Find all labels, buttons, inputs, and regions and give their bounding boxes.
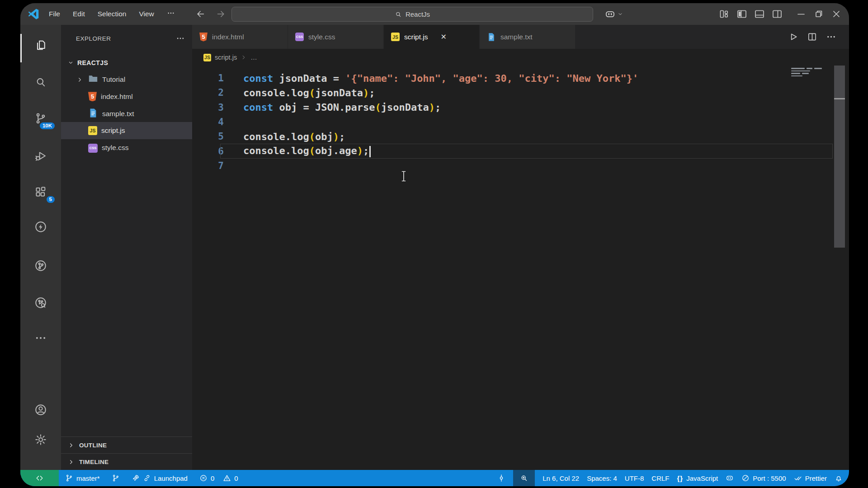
titlebar-controls (719, 3, 842, 25)
more-actions-icon[interactable] (176, 34, 185, 43)
tree-item-Tutorial[interactable]: Tutorial (61, 71, 192, 89)
tab-sample.txt[interactable]: sample.txt (480, 25, 576, 49)
status-bar: master*Launchpad00 Ln 6, Col 22Spaces: 4… (20, 470, 849, 486)
menu-selection[interactable]: Selection (93, 8, 132, 20)
extensions-badge: 5 (47, 196, 55, 203)
editor-actions (788, 25, 849, 49)
status-problems[interactable]: 00 (199, 470, 238, 486)
remote-indicator[interactable] (20, 470, 59, 486)
remote-icon (35, 474, 44, 483)
status-copilot-status[interactable] (726, 470, 734, 486)
line-number: 6 (192, 146, 224, 157)
menu-bar: FileEditSelectionView (44, 3, 180, 25)
menu-more[interactable] (162, 7, 180, 21)
minimap[interactable] (791, 68, 831, 78)
text-cursor (369, 146, 371, 157)
split-editor-icon[interactable] (807, 32, 817, 42)
status-eol[interactable]: CRLF (651, 470, 669, 486)
activitybar-git-search-extension[interactable] (20, 291, 61, 314)
activitybar-accounts[interactable] (20, 398, 61, 422)
status-live-server-port[interactable]: Port : 5500 (741, 470, 786, 486)
status-launchpad[interactable]: Launchpad (132, 470, 188, 486)
chevron-right-icon (241, 54, 247, 61)
status-screencast-indicator[interactable] (497, 470, 505, 486)
forward-icon[interactable] (216, 9, 226, 19)
menu-view[interactable]: View (134, 8, 159, 20)
activitybar-thunder-client[interactable] (20, 215, 61, 239)
chevron-down-icon (67, 59, 74, 66)
scrollbar-cursor-mark (834, 98, 845, 99)
scrollbar[interactable] (834, 66, 845, 248)
code-line-4[interactable]: 4 (192, 115, 835, 129)
tab-style.css[interactable]: CSSstyle.css (288, 25, 384, 49)
status-language-mode[interactable]: {}JavaScript (677, 470, 718, 486)
more-actions-icon[interactable] (826, 32, 836, 42)
minimize-icon[interactable] (796, 9, 807, 19)
braces-icon: {} (677, 474, 684, 482)
error-icon (199, 474, 208, 482)
activitybar-more-views[interactable] (20, 326, 61, 350)
back-icon[interactable] (196, 9, 206, 19)
menu-file[interactable]: File (44, 8, 65, 20)
activitybar-extensions[interactable]: 5 (20, 180, 61, 204)
status-encoding[interactable]: UTF-8 (625, 470, 644, 486)
tree-item-script.js[interactable]: JS script.js (61, 122, 192, 139)
close-icon[interactable] (831, 9, 842, 19)
tab-index.html[interactable]: 5index.html (192, 25, 288, 49)
code-editor[interactable]: 1 const jsonData = '{"name": "John", "ag… (192, 71, 835, 173)
toggle-panel-icon[interactable] (754, 9, 765, 19)
restore-icon[interactable] (813, 9, 824, 19)
folder-icon (88, 74, 98, 84)
code-line-6[interactable]: 6 console.log(obj.age); (192, 144, 835, 158)
line-number: 5 (192, 131, 224, 142)
status-prettier[interactable]: Prettier (794, 470, 827, 486)
timeline-section[interactable]: TIMELINE (61, 453, 192, 470)
toggle-sidebar-icon[interactable] (736, 9, 747, 19)
activitybar-source-control[interactable]: 10K (20, 107, 61, 130)
line-number: 4 (192, 117, 224, 127)
commit-icon (497, 474, 505, 482)
toggle-secondary-sidebar-icon[interactable] (772, 9, 783, 19)
line-number: 1 (192, 73, 224, 84)
code-line-3[interactable]: 3 const obj = JSON.parse(jsonData); (192, 100, 835, 115)
status-git-branch-status[interactable]: master* (65, 470, 100, 486)
status-indentation[interactable]: Spaces: 4 (587, 470, 617, 486)
more-views-icon (34, 332, 47, 344)
activity-bar: 10K5 (20, 25, 61, 470)
status-cursor-position[interactable]: Ln 6, Col 22 (542, 470, 579, 486)
copilot-menu[interactable] (604, 3, 623, 25)
outline-section[interactable]: OUTLINE (61, 436, 192, 453)
status-zoom-indicator[interactable] (513, 470, 535, 486)
run-icon[interactable] (788, 32, 798, 42)
code-line-5[interactable]: 5 console.log(obj); (192, 129, 835, 144)
tab-script.js[interactable]: JSscript.js ✕ (384, 25, 480, 49)
menu-edit[interactable]: Edit (68, 8, 90, 20)
activitybar-search[interactable] (20, 70, 61, 94)
close-tab-icon[interactable]: ✕ (441, 33, 447, 41)
rocket-icon (132, 474, 140, 482)
activitybar-settings[interactable] (20, 428, 61, 451)
status-git-graph[interactable] (112, 470, 120, 486)
html-icon: 5 (88, 92, 97, 101)
tree-root[interactable]: REACTJS (61, 54, 192, 71)
line-number: 3 (192, 102, 224, 113)
activitybar-explorer[interactable] (20, 33, 61, 57)
code-line-7[interactable]: 7 (192, 159, 835, 173)
code-line-2[interactable]: 2 console.log(jsonData); (192, 85, 835, 100)
activitybar-git-extension[interactable] (20, 254, 61, 277)
code-line-1[interactable]: 1 const jsonData = '{"name": "John", "ag… (192, 71, 835, 85)
tree-item-index.html[interactable]: 5 index.html (61, 88, 192, 105)
bell-icon (835, 474, 843, 482)
breadcrumb[interactable]: JS script.js … (203, 51, 257, 64)
tree-item-style.css[interactable]: CSS style.css (61, 139, 192, 156)
copilot-icon (604, 9, 616, 20)
tree-item-sample.txt[interactable]: sample.txt (61, 105, 192, 122)
sidebar-title: EXPLORER (76, 35, 111, 42)
tab-bar: 5index.html CSSstyle.css JSscript.js ✕ s… (192, 25, 849, 49)
search-input[interactable]: ReactJs (231, 7, 593, 22)
link-icon (143, 474, 151, 482)
git-search-extension-icon (34, 296, 47, 309)
activitybar-run-debug[interactable] (20, 144, 61, 168)
status-notifications[interactable] (835, 470, 843, 486)
customize-layout-icon[interactable] (719, 9, 730, 19)
